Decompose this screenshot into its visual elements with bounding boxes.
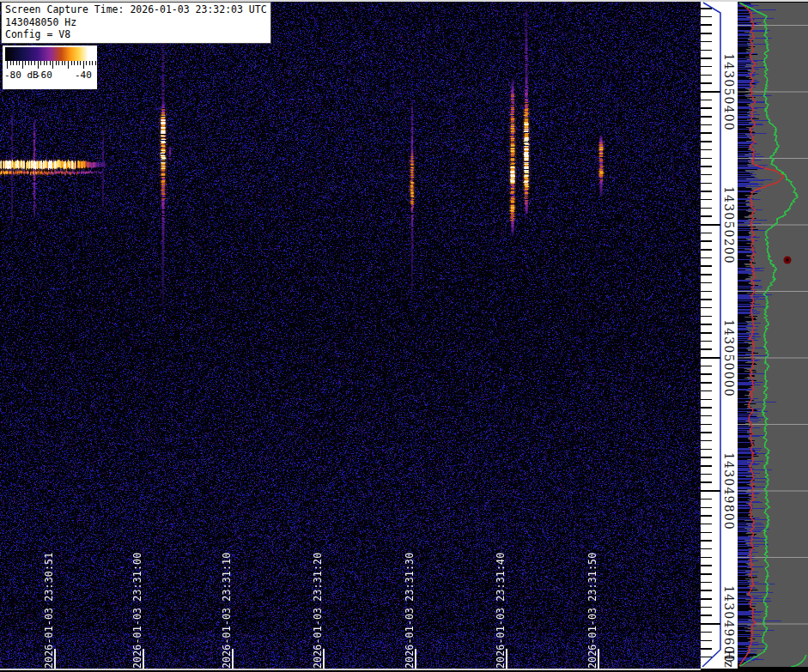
color-scale-tick (92, 61, 93, 65)
color-scale-tick (40, 61, 41, 65)
time-axis-tick (415, 649, 416, 669)
frequency-minor-tick (701, 240, 712, 242)
color-scale-tick (22, 61, 23, 69)
frequency-minor-tick (701, 265, 712, 267)
color-scale-tick (46, 61, 47, 65)
color-scale-tick (38, 61, 39, 69)
frequency-minor-tick (701, 366, 712, 367)
time-axis-label: 2026-01-03 23:30:51 (43, 553, 55, 669)
frequency-minor-tick (701, 257, 712, 259)
time-axis-label: 2026-01-03 23:31:20 (312, 553, 324, 669)
frequency-minor-tick (701, 532, 712, 534)
time-axis-tick (143, 649, 144, 669)
frequency-minor-tick (701, 348, 712, 350)
frequency-minor-tick (701, 274, 712, 275)
frequency-minor-tick (701, 614, 712, 616)
frequency-minor-tick (701, 307, 712, 309)
frequency-minor-tick (701, 332, 712, 334)
frequency-minor-tick (701, 657, 712, 658)
frequency-minor-tick (701, 166, 712, 167)
frequency-minor-tick (701, 449, 712, 451)
frequency-minor-tick (701, 474, 712, 475)
frequency-minor-tick (701, 515, 712, 517)
color-scale-labels: -80 dB -60 -40 (3, 70, 97, 87)
color-scale-tick (86, 61, 87, 65)
frequency-minor-tick (701, 132, 712, 134)
time-axis-label: 2026-01-03 23:31:10 (221, 553, 233, 669)
frequency-minor-tick (701, 640, 712, 642)
db-label-80: -80 dB (4, 70, 39, 81)
color-scale-tick (89, 61, 90, 65)
frequency-minor-tick (701, 299, 712, 300)
frequency-minor-tick (701, 415, 712, 417)
frequency-minor-tick (701, 481, 712, 483)
frequency-minor-tick (701, 632, 712, 633)
frequency-minor-tick (701, 116, 712, 118)
color-scale-tick (13, 61, 14, 65)
frequency-major-tick (701, 623, 720, 625)
frequency-minor-tick (701, 382, 712, 384)
color-scale-tick (68, 61, 69, 69)
time-axis-tick (323, 649, 325, 669)
color-scale-tick (16, 61, 17, 65)
frequency-minor-tick (701, 41, 712, 43)
frequency-minor-tick (701, 499, 712, 500)
frequency-major-tick (701, 357, 720, 359)
frequency-minor-tick (701, 183, 712, 185)
screen-capture-window: Screen Capture Time: 2026-01-03 23:32:03… (0, 0, 808, 672)
frequency-minor-tick (701, 50, 712, 51)
frequency-minor-tick (701, 598, 712, 600)
frequency-minor-tick (701, 565, 712, 566)
time-axis-tick (506, 649, 507, 669)
frequency-minor-tick (701, 124, 712, 126)
frequency-minor-tick (701, 199, 712, 201)
db-label-40: -40 (75, 70, 92, 81)
frequency-minor-tick (701, 324, 712, 325)
frequency-minor-tick (701, 457, 712, 458)
color-scale-tick (7, 61, 8, 69)
frequency-minor-tick (701, 465, 712, 467)
frequency-minor-tick (701, 174, 712, 176)
frequency-minor-tick (701, 66, 712, 68)
color-scale-tick (10, 61, 11, 65)
frequency-minor-tick (701, 524, 712, 525)
time-axis-tick (598, 649, 599, 669)
frequency-minor-tick (701, 233, 712, 234)
frequency-major-tick (701, 490, 720, 492)
time-axis-label: 2026-01-03 23:31:30 (404, 553, 416, 669)
frequency-major-tick (701, 224, 720, 226)
color-scale-tick (56, 61, 57, 65)
frequency-minor-tick (701, 390, 712, 392)
spectrum-panel (738, 3, 808, 667)
frequency-minor-tick (701, 33, 712, 34)
frequency-minor-tick (701, 607, 712, 608)
color-scale-tick (77, 61, 78, 65)
frequency-minor-tick (701, 590, 712, 591)
color-scale-tick (28, 61, 29, 65)
frequency-minor-tick (701, 373, 712, 375)
color-scale-tick (50, 61, 51, 65)
color-scale-tick (52, 61, 53, 69)
frequency-minor-tick (701, 582, 712, 584)
frequency-minor-tick (701, 141, 712, 142)
color-scale-tick (19, 61, 20, 65)
frequency-axis: 1430504001430502001430500001430498001430… (701, 2, 738, 669)
color-scale-tick (62, 61, 63, 65)
frequency-axis-label: 143050400 (722, 53, 736, 131)
color-scale-tick (44, 61, 45, 65)
frequency-minor-tick (701, 149, 712, 151)
frequency-minor-tick (701, 8, 712, 9)
frequency-minor-tick (701, 107, 712, 109)
color-scale-tick (25, 61, 26, 65)
frequency-minor-tick (701, 282, 712, 284)
time-axis-label: 2026-01-03 23:31:50 (586, 553, 598, 669)
frequency-minor-tick (701, 249, 712, 251)
frequency-minor-tick (701, 548, 712, 550)
frequency-minor-tick (701, 24, 712, 26)
frequency-minor-tick (701, 432, 712, 433)
color-scale-tick (64, 61, 65, 65)
db-label-60: -60 (35, 70, 52, 81)
frequency-minor-tick (701, 291, 712, 293)
frequency-axis-unit: Hz (722, 650, 736, 669)
frequency-axis-label: 143050000 (722, 319, 736, 397)
